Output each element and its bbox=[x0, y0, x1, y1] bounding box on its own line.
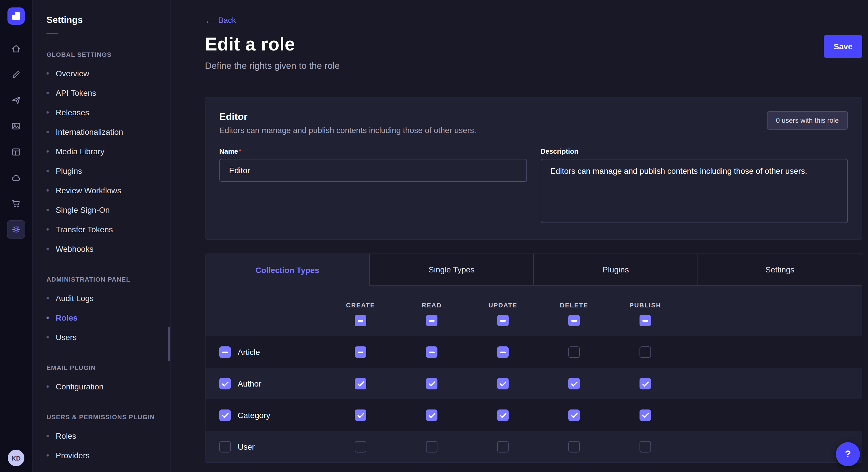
marketplace-cart-icon[interactable] bbox=[7, 194, 25, 213]
section-global-settings: GLOBAL SETTINGS Overview API Tokens Rele… bbox=[33, 51, 170, 259]
sidebar-item-up-roles[interactable]: Roles bbox=[33, 426, 170, 446]
media-library-icon[interactable] bbox=[7, 117, 25, 135]
users-with-role-badge[interactable]: 0 users with this role bbox=[767, 111, 848, 130]
bullet-icon bbox=[46, 170, 49, 172]
bullet-icon bbox=[46, 131, 49, 133]
user-delete-checkbox[interactable] bbox=[568, 441, 580, 452]
column-header-create: CREATE bbox=[346, 301, 375, 308]
table-row-category: Category bbox=[206, 399, 862, 431]
row-checkbox[interactable] bbox=[219, 346, 231, 358]
sidebar-item-plugins[interactable]: Plugins bbox=[33, 161, 170, 181]
author-update-checkbox[interactable] bbox=[497, 378, 508, 389]
app-root: KD Settings GLOBAL SETTINGS Overview API… bbox=[0, 0, 868, 472]
name-label: Name* bbox=[219, 147, 527, 156]
user-read-checkbox[interactable] bbox=[426, 441, 437, 452]
table-row-user: User bbox=[206, 431, 862, 462]
home-icon[interactable] bbox=[7, 40, 25, 58]
required-asterisk: * bbox=[239, 147, 241, 156]
bullet-icon bbox=[46, 385, 49, 388]
row-checkbox[interactable] bbox=[219, 409, 231, 421]
description-textarea[interactable]: Editors can manage and publish contents … bbox=[540, 159, 848, 223]
user-create-checkbox[interactable] bbox=[355, 441, 366, 452]
sidebar-item-overview[interactable]: Overview bbox=[33, 64, 170, 83]
article-read-checkbox[interactable] bbox=[426, 346, 437, 358]
tab-collection-types[interactable]: Collection Types bbox=[206, 254, 370, 285]
select-all-delete-checkbox[interactable] bbox=[568, 314, 580, 326]
name-input[interactable] bbox=[219, 159, 527, 182]
bullet-icon bbox=[46, 435, 49, 437]
divider bbox=[46, 33, 58, 34]
permissions-header-row: CREATE READ UPDATE DELETE PUBLISH bbox=[206, 285, 862, 336]
sidebar-item-audit-logs[interactable]: Audit Logs bbox=[33, 289, 170, 308]
column-header-delete: DELETE bbox=[560, 301, 588, 308]
page-subtitle: Define the rights given to the role bbox=[205, 61, 340, 71]
section-administration-panel: ADMINISTRATION PANEL Audit Logs Roles Us… bbox=[33, 276, 170, 347]
bullet-icon bbox=[46, 111, 49, 113]
back-link[interactable]: ← Back bbox=[205, 15, 236, 25]
content-manager-icon[interactable] bbox=[7, 65, 25, 84]
tab-settings[interactable]: Settings bbox=[698, 254, 862, 285]
author-publish-checkbox[interactable] bbox=[640, 378, 651, 389]
tab-single-types[interactable]: Single Types bbox=[370, 254, 534, 285]
category-read-checkbox[interactable] bbox=[426, 409, 437, 421]
cloud-icon[interactable] bbox=[7, 169, 25, 187]
role-description-text: Editors can manage and publish contents … bbox=[219, 126, 476, 135]
select-all-update-checkbox[interactable] bbox=[497, 314, 508, 326]
sidebar-item-media-library[interactable]: Media Library bbox=[33, 142, 170, 161]
category-publish-checkbox[interactable] bbox=[640, 409, 651, 421]
bullet-icon bbox=[46, 454, 49, 457]
select-all-create-checkbox[interactable] bbox=[355, 314, 366, 326]
sidebar-item-review-workflows[interactable]: Review Workflows bbox=[33, 181, 170, 200]
bullet-icon bbox=[46, 92, 49, 94]
sidebar-item-internationalization[interactable]: Internationalization bbox=[33, 122, 170, 142]
avatar[interactable]: KD bbox=[8, 450, 24, 466]
section-users-permissions-plugin: USERS & PERMISSIONS PLUGIN Roles Provide… bbox=[33, 413, 170, 465]
column-header-read: READ bbox=[422, 301, 442, 308]
nav-rail: KD bbox=[0, 0, 33, 472]
section-label: EMAIL PLUGIN bbox=[33, 364, 170, 371]
tab-plugins[interactable]: Plugins bbox=[534, 254, 698, 285]
sidebar-item-single-sign-on[interactable]: Single Sign-On bbox=[33, 200, 170, 220]
article-delete-checkbox[interactable] bbox=[568, 346, 580, 358]
category-create-checkbox[interactable] bbox=[355, 409, 366, 421]
select-all-read-checkbox[interactable] bbox=[426, 314, 437, 326]
sidebar-item-api-tokens[interactable]: API Tokens bbox=[33, 83, 170, 103]
sidebar-item-roles[interactable]: Roles bbox=[33, 308, 170, 328]
author-read-checkbox[interactable] bbox=[426, 378, 437, 389]
select-all-publish-checkbox[interactable] bbox=[640, 314, 651, 326]
name-field-group: Name* bbox=[219, 147, 527, 182]
row-label: Author bbox=[238, 379, 261, 388]
section-email-plugin: EMAIL PLUGIN Configuration bbox=[33, 364, 170, 396]
sidebar-item-transfer-tokens[interactable]: Transfer Tokens bbox=[33, 220, 170, 239]
save-button[interactable]: Save bbox=[824, 35, 862, 58]
sidebar-item-users[interactable]: Users bbox=[33, 328, 170, 347]
sidebar-item-releases[interactable]: Releases bbox=[33, 103, 170, 122]
bullet-icon bbox=[46, 189, 49, 192]
column-header-publish: PUBLISH bbox=[629, 301, 661, 308]
article-create-checkbox[interactable] bbox=[355, 346, 366, 358]
settings-gear-icon[interactable] bbox=[7, 220, 25, 239]
bullet-icon bbox=[46, 228, 49, 231]
content-type-builder-icon[interactable] bbox=[7, 143, 25, 161]
back-link-label[interactable]: Back bbox=[218, 15, 236, 25]
bullet-icon bbox=[46, 72, 49, 74]
sidebar-item-up-providers[interactable]: Providers bbox=[33, 446, 170, 465]
sidebar-item-configuration[interactable]: Configuration bbox=[33, 377, 170, 396]
row-checkbox[interactable] bbox=[219, 378, 231, 389]
article-update-checkbox[interactable] bbox=[497, 346, 508, 358]
author-create-checkbox[interactable] bbox=[355, 378, 366, 389]
category-delete-checkbox[interactable] bbox=[568, 409, 580, 421]
sidebar-item-webhooks[interactable]: Webhooks bbox=[33, 239, 170, 259]
releases-paper-plane-icon[interactable] bbox=[7, 91, 25, 109]
user-publish-checkbox[interactable] bbox=[640, 441, 651, 452]
article-publish-checkbox[interactable] bbox=[640, 346, 651, 358]
table-row-author: Author bbox=[206, 368, 862, 399]
row-label: Article bbox=[238, 347, 260, 357]
help-button[interactable]: ? bbox=[836, 442, 860, 466]
author-delete-checkbox[interactable] bbox=[568, 378, 580, 389]
category-update-checkbox[interactable] bbox=[497, 409, 508, 421]
strapi-logo[interactable] bbox=[7, 7, 25, 25]
user-update-checkbox[interactable] bbox=[497, 441, 508, 452]
sidebar-scrollbar[interactable] bbox=[167, 327, 170, 361]
row-checkbox[interactable] bbox=[219, 441, 231, 452]
